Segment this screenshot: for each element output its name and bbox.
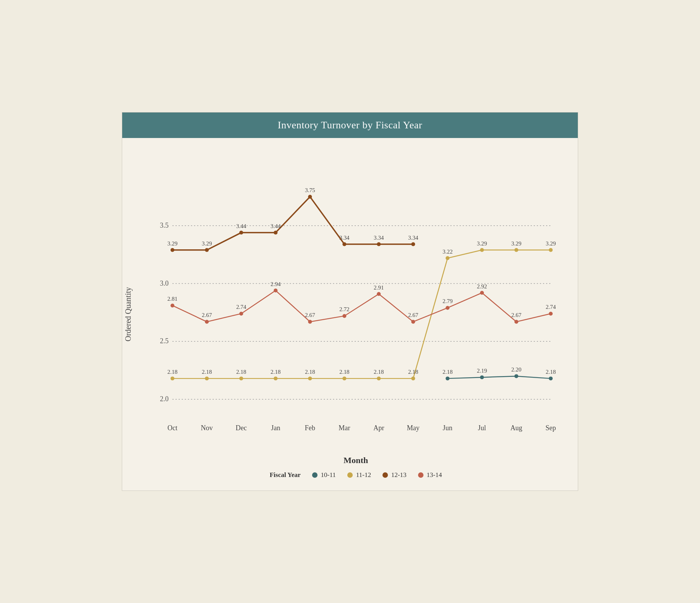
svg-point-72 (239, 231, 243, 235)
svg-point-48 (239, 312, 243, 315)
svg-text:2.18: 2.18 (202, 369, 212, 375)
svg-text:Sep: Sep (546, 424, 556, 432)
svg-text:2.18: 2.18 (271, 369, 281, 375)
svg-text:3.29: 3.29 (511, 240, 521, 247)
svg-point-42 (549, 248, 553, 252)
legend-dot-fy1011 (312, 472, 318, 478)
svg-text:3.34: 3.34 (374, 235, 384, 241)
svg-point-82 (411, 242, 415, 246)
legend-label-fy1011: 10-11 (321, 471, 336, 479)
svg-text:2.18: 2.18 (374, 369, 384, 375)
svg-text:2.67: 2.67 (202, 312, 212, 318)
chart-body: Ordered Quantity 2.02.53.03.5OctNovDecJa… (122, 138, 578, 491)
svg-point-52 (308, 320, 312, 324)
svg-text:Aug: Aug (510, 424, 522, 432)
svg-text:Nov: Nov (201, 424, 213, 432)
legend-item-fy1213: 12-13 (382, 471, 406, 479)
svg-point-84 (446, 376, 449, 380)
svg-text:3.44: 3.44 (236, 223, 247, 229)
svg-text:2.0: 2.0 (160, 395, 168, 403)
svg-point-56 (377, 292, 381, 296)
svg-text:2.72: 2.72 (339, 306, 349, 312)
svg-point-38 (480, 248, 484, 252)
svg-text:Dec: Dec (236, 424, 247, 432)
svg-point-58 (411, 320, 415, 324)
chart-svg: 2.02.53.03.5OctNovDecJanFebMarAprMayJunJ… (149, 150, 562, 452)
svg-text:2.94: 2.94 (271, 281, 281, 287)
svg-text:2.74: 2.74 (236, 304, 247, 310)
svg-text:2.18: 2.18 (408, 369, 418, 375)
svg-point-50 (274, 289, 278, 293)
svg-point-60 (446, 306, 449, 310)
svg-text:2.18: 2.18 (305, 369, 315, 375)
svg-text:2.79: 2.79 (442, 298, 452, 304)
svg-text:2.18: 2.18 (442, 369, 452, 375)
legend-label-fy1213: 12-13 (391, 471, 406, 479)
svg-text:2.18: 2.18 (339, 369, 349, 375)
svg-point-76 (308, 195, 312, 199)
legend-dot-fy1213 (382, 472, 388, 478)
svg-point-54 (343, 314, 347, 318)
svg-point-22 (205, 376, 209, 380)
svg-point-46 (205, 320, 209, 324)
svg-text:3.34: 3.34 (408, 235, 418, 241)
svg-point-80 (377, 242, 381, 246)
svg-text:3.29: 3.29 (202, 240, 212, 247)
svg-text:Mar: Mar (339, 424, 350, 432)
svg-text:2.18: 2.18 (546, 369, 556, 375)
legend-dot-fy1112 (347, 472, 353, 478)
svg-text:2.92: 2.92 (477, 283, 487, 290)
svg-point-62 (480, 291, 484, 295)
svg-point-24 (239, 376, 243, 380)
chart-area: 2.02.53.03.5OctNovDecJanFebMarAprMayJunJ… (149, 150, 562, 452)
legend-dot-fy1314 (418, 472, 423, 478)
svg-point-44 (171, 303, 174, 307)
chart-title: Inventory Turnover by Fiscal Year (122, 112, 578, 138)
svg-text:Apr: Apr (373, 424, 384, 432)
svg-point-20 (171, 376, 174, 380)
svg-text:Feb: Feb (305, 424, 315, 432)
svg-point-90 (549, 376, 553, 380)
svg-text:3.29: 3.29 (477, 240, 487, 247)
legend-item-fy1011: 10-11 (312, 471, 336, 479)
svg-text:Oct: Oct (167, 424, 178, 432)
svg-point-88 (514, 374, 518, 378)
svg-point-30 (343, 376, 347, 380)
legend: Fiscal Year 10-1111-1212-1313-14 (149, 465, 562, 487)
svg-text:Jun: Jun (443, 424, 452, 432)
svg-point-40 (514, 248, 518, 252)
svg-point-36 (446, 256, 449, 260)
svg-point-28 (308, 376, 312, 380)
legend-label: Fiscal Year (270, 471, 300, 479)
svg-text:2.19: 2.19 (477, 368, 487, 374)
svg-text:3.22: 3.22 (442, 249, 452, 255)
svg-text:2.5: 2.5 (160, 337, 168, 345)
svg-point-66 (549, 312, 553, 315)
svg-point-32 (377, 376, 381, 380)
svg-text:3.75: 3.75 (305, 187, 315, 193)
svg-text:2.91: 2.91 (374, 284, 384, 291)
svg-point-74 (274, 231, 278, 235)
svg-point-26 (274, 376, 278, 380)
x-axis-label: Month (149, 455, 562, 465)
legend-label-fy1314: 13-14 (427, 471, 442, 479)
svg-point-78 (343, 242, 347, 246)
chart-container: Inventory Turnover by Fiscal Year Ordere… (122, 112, 578, 491)
svg-point-70 (205, 248, 209, 252)
svg-text:2.81: 2.81 (167, 296, 178, 302)
legend-label-fy1112: 11-12 (356, 471, 371, 479)
svg-point-34 (411, 376, 415, 380)
svg-text:Jul: Jul (478, 424, 486, 432)
svg-text:3.29: 3.29 (167, 240, 178, 247)
svg-text:2.18: 2.18 (236, 369, 246, 375)
svg-point-86 (480, 375, 484, 379)
svg-text:2.74: 2.74 (546, 304, 556, 310)
svg-text:2.20: 2.20 (511, 366, 521, 373)
svg-text:2.67: 2.67 (305, 312, 315, 318)
legend-item-fy1314: 13-14 (418, 471, 442, 479)
svg-text:3.29: 3.29 (546, 240, 556, 247)
svg-text:3.34: 3.34 (339, 235, 350, 241)
svg-point-68 (171, 248, 174, 252)
svg-point-64 (514, 320, 518, 324)
svg-text:3.0: 3.0 (160, 279, 168, 287)
